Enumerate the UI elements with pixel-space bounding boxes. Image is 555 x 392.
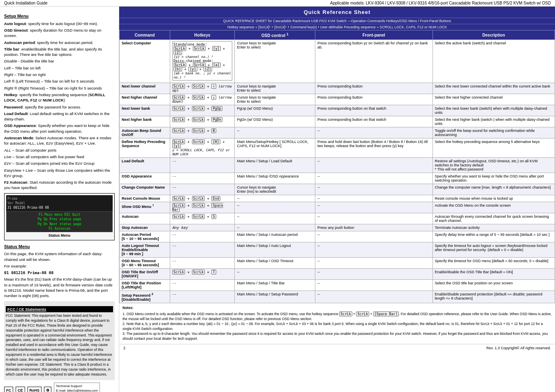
note-1: 1. OSD Menu control is only available wh… — [123, 312, 552, 322]
email-label: E-mail: bitech@linkskey.com — [56, 388, 98, 392]
desc-autoscan: Autoscan through every connected channel… — [432, 213, 555, 224]
desc-next-lower-bank: Select the next lower bank (switch) when… — [432, 105, 555, 116]
desc-setup-password: Enable/disable password protection [defa… — [432, 291, 555, 303]
auto-logout-para: Auto logout: specify time for auto logou… — [4, 21, 115, 26]
table-row: Select Computer Standalone mode: ScrLk +… — [120, 40, 555, 83]
autoscan-period-para: Autoscan period: specify time for autosc… — [4, 40, 115, 45]
hotkey-next-higher-bank: ScrLk + ScrLk + PgDn — [170, 116, 235, 127]
osd-next-higher-channel: Cursor keys to navigateEnter to select — [235, 94, 315, 105]
left-option: Left – Title bar on left — [4, 65, 115, 71]
table-row: Autoscan Beep Sound On/Off ScrLk + ScrLk… — [120, 127, 555, 138]
table-row: OSD Appearance -- Main Menu / Setup /OSD… — [120, 173, 555, 184]
front-change-name: -- — [315, 184, 432, 195]
hotkey-osd-timeout: -- — [170, 258, 235, 269]
status-diagram: Prima Ver Model 31 081216 Prima-08 08 F1… — [4, 193, 115, 240]
hotkey-autoscan-beep: ScrLk + ScrLk + B — [170, 127, 235, 138]
load-default-para: Load Default: Load default setting to al… — [4, 111, 115, 122]
hotkey-autoscan: ScrLk + ScrLk + S — [170, 213, 235, 224]
reference-table: Command Hotkeys OSD control 1 Front-pane… — [119, 30, 555, 303]
desc-next-higher-bank: Select the next higher bank (switch ) wh… — [432, 116, 555, 127]
table-row: Define Hotkey Preceding Sequence ScrLk +… — [120, 138, 555, 158]
front-show-osd: -- — [315, 202, 432, 213]
table-row: Auto Logout TimeoutEnable/Disable[0 ~ 99… — [120, 242, 555, 258]
qrs-title: Quick Reference Sheet — [122, 9, 553, 15]
osd-autoscan: -- — [235, 213, 315, 224]
cmd-next-higher-bank: Next higher bank — [120, 116, 170, 127]
cmd-show-osd: Show OSD Menu † — [120, 202, 170, 213]
desc-osd-timeout: Specify the timeout for OSD menu [defaul… — [432, 258, 555, 269]
all-option: ALL – Scan all computer ports — [4, 148, 115, 153]
osd-next-lower-bank: PgUp (w/ OSD Menu) — [235, 105, 315, 116]
right-panel: Quick Reference Sheet QUICK REFERNCE SHE… — [119, 7, 555, 392]
hotkey-next-higher-channel: ScrLk + ScrLk + ↓ (arrow down) — [170, 94, 235, 105]
osd-title-bar-onoff: -- — [235, 269, 315, 280]
hotkey-next-lower-channel: ScrLk + ScrLk + ↑ (arrow up) — [170, 83, 235, 94]
front-osd-appearance: -- — [315, 173, 432, 184]
left-timeout-option: Left ® (Left Timeout) – Title bar on lef… — [4, 78, 115, 84]
front-define-hotkey: Press and hold down last button (Button … — [315, 138, 432, 158]
easyview-live-option: EasyView + Live – Scan only those Live c… — [4, 168, 115, 179]
desc-title-bar-onoff: Enable/disable the OSD Title Bar [defaul… — [432, 269, 555, 280]
left-panel: Setup Menu Auto logout: specify time for… — [0, 7, 119, 392]
front-title-bar-onoff: -- — [315, 269, 432, 280]
cmd-next-lower-channel: Next lower channel — [120, 83, 170, 94]
front-next-lower-bank: Press corresponding button on that switc… — [315, 105, 432, 116]
status-menu-title: Status Menu — [4, 244, 115, 250]
table-row: Stop Autoscan Any key -- Press any push … — [120, 224, 555, 231]
hotkey-title-bar-pos: -- — [170, 280, 235, 291]
col-hotkeys: Hotkeys — [170, 30, 235, 40]
status-menu-label: Status Menu — [6, 233, 113, 238]
osd-auto-logout: Main Menu / Setup / Auto Logout — [235, 242, 315, 258]
disable-option: Disable - Disable the title bar — [4, 58, 115, 64]
table-row: Next higher channel ScrLk + ScrLk + ↓ (a… — [120, 94, 555, 105]
hotkey-auto-logout: -- — [170, 242, 235, 258]
col-desc: Description — [432, 30, 555, 40]
front-setup-password: -- — [315, 291, 432, 303]
status-menu-diagram-title: F1 Main menu ESC Quit Pg Up Prev status … — [6, 211, 113, 232]
recycle-icon: ♻ — [44, 387, 51, 392]
bottom-icons: FC CE RoHS ♻ Technical Support E-mail: b… — [4, 383, 115, 392]
table-row: Autoscan ScrLk + ScrLk + S -- -- Autosca… — [120, 213, 555, 224]
setup-menu-title: Setup Menu — [4, 13, 115, 19]
cmd-title-bar-onoff: OSD Title Bar On/Off[ON/OFF] — [120, 269, 170, 280]
front-reset-mouse: -- — [315, 195, 432, 202]
cmd-title-bar-pos: OSD Title Bar Position[Left/Right] — [120, 280, 170, 291]
cmd-select-computer: Select Computer — [120, 40, 170, 83]
hotkey-select-computer: Standalone mode: ScrLk + ScrLk + [y] + [… — [170, 40, 235, 83]
status-desc: On this page, the KVM system information… — [4, 251, 115, 262]
desc-autoscan-period: Specify delay time within a range of 5 ~… — [432, 231, 555, 242]
front-next-lower-channel: Press corresponding button — [315, 83, 432, 94]
col-command: Command — [120, 30, 170, 40]
osd-define-hotkey: Main Menu/Setup/Hotkey [ SCROLL LOCK, CA… — [235, 138, 315, 158]
front-osd-timeout: -- — [315, 258, 432, 269]
osd-next-lower-channel: Cursor keys to navigateEnter to select — [235, 83, 315, 94]
desc-next-lower-channel: Select the next lower connected channel … — [432, 83, 555, 94]
front-next-higher-bank: Press corresponding button on that switc… — [315, 116, 432, 127]
header-center: Applicable models: LKV-9304 / LKV-9308 /… — [330, 1, 551, 5]
table-row: Reset Console Mouse ScrLk + ScrLk + End … — [120, 195, 555, 202]
status-model: 01 081216 Prima-08 08 — [4, 270, 115, 275]
table-row: Load Default -- Main Menu / Setup / Load… — [120, 158, 555, 173]
hotkey-change-name: -- — [170, 184, 235, 195]
front-load-default: -- — [315, 158, 432, 173]
front-title-bar-pos: -- — [315, 280, 432, 291]
hotkey-show-osd: ScrLk + ScrLk + Space Bar — [170, 202, 235, 213]
cmd-setup-password: Setup Password 3[Disable/Enable] — [120, 291, 170, 303]
qrs-hotkey-seq: Hotkey sequence = [ScrLk]¹ + [ScrLk]¹ + … — [119, 24, 555, 30]
cmd-next-higher-channel: Next higher channel — [120, 94, 170, 105]
table-row: Show OSD Menu † ScrLk + ScrLk + Space Ba… — [120, 202, 555, 213]
table-row: Next lower bank ScrLk + ScrLk + PgUp PgU… — [120, 105, 555, 116]
front-autoscan-period: -- — [315, 231, 432, 242]
tech-support-box: Technical Support E-mail: bitech@linkske… — [54, 383, 100, 392]
desc-select-computer: Select the active bank (switch) and chan… — [432, 40, 555, 83]
cmd-load-default: Load Default — [120, 158, 170, 173]
right-option: Right – Title bar on right — [4, 72, 115, 77]
hotkey-reset-mouse: ScrLk + ScrLk + End — [170, 195, 235, 202]
desc-reset-mouse: Reset console mouse when mouse is locked… — [432, 195, 555, 202]
note-2: 2. Note that a, b, y and z each denotes … — [123, 322, 552, 332]
osd-title-bar-pos: Main Menu / Setup / Title Bar — [235, 280, 315, 291]
f2-autoscan-para: F2 Autoscan: Start Autoscan according to… — [4, 180, 115, 191]
table-row: Next lower channel ScrLk + ScrLk + ↑ (ar… — [120, 83, 555, 94]
table-row: Next higher bank ScrLk + ScrLk + PgDn Pg… — [120, 116, 555, 127]
cmd-stop-autoscan: Stop Autoscan — [120, 224, 170, 231]
